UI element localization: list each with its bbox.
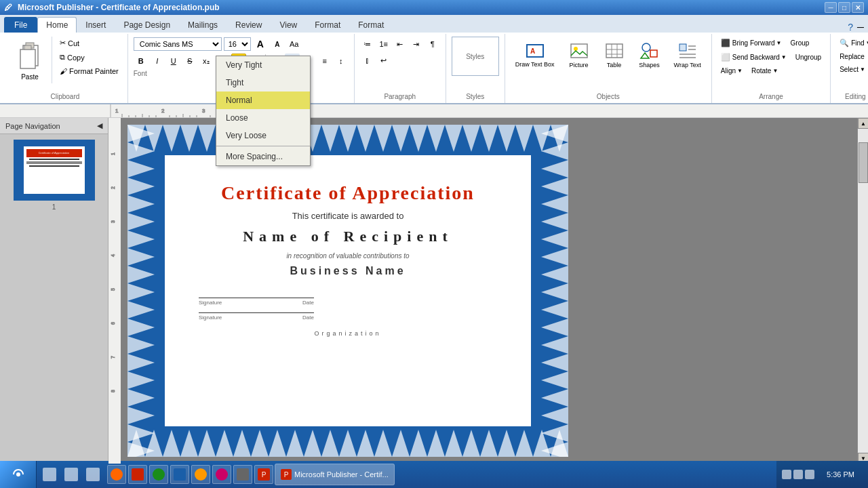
svg-rect-51 bbox=[127, 430, 568, 457]
spacing-very-tight[interactable]: Very Tight bbox=[216, 56, 310, 74]
styles-label: Styles bbox=[452, 93, 499, 100]
picture-button[interactable]: Picture bbox=[564, 37, 595, 72]
cert-recognition[interactable]: in recognition of valuable contributions… bbox=[185, 252, 511, 260]
format-painter-button[interactable]: 🖌 Format Painter bbox=[56, 65, 122, 77]
rotate-button[interactable]: Rotate ▼ bbox=[748, 65, 781, 77]
taskbar-app-5[interactable] bbox=[191, 465, 210, 484]
tab-page-design[interactable]: Page Design bbox=[115, 17, 179, 33]
spacing-loose[interactable]: Loose bbox=[216, 109, 310, 127]
numbering-button[interactable]: 1≡ bbox=[376, 37, 391, 52]
font-size-select[interactable]: 16 bbox=[224, 37, 251, 51]
document: Certificate of Appreciation This certifi… bbox=[127, 125, 868, 457]
tray-icon-2[interactable] bbox=[793, 470, 803, 479]
tab-mailings[interactable]: Mailings bbox=[179, 17, 226, 33]
page-nav-collapse-icon[interactable]: ◀ bbox=[97, 121, 102, 130]
spacing-normal[interactable]: Normal bbox=[216, 92, 310, 109]
page-nav-panel: Page Navigation ◀ Certificate of Appreci… bbox=[0, 118, 108, 464]
italic-button[interactable]: I bbox=[150, 54, 165, 68]
taskbar-app-7[interactable] bbox=[233, 465, 252, 484]
group-button[interactable]: Group bbox=[787, 37, 813, 49]
taskbar-app-4[interactable] bbox=[170, 465, 189, 484]
page-thumbnail-1[interactable]: Certificate of Appreciation bbox=[14, 140, 95, 201]
increase-indent-button[interactable]: ⇥ bbox=[409, 37, 424, 52]
tab-insert[interactable]: Insert bbox=[77, 17, 115, 33]
tab-file[interactable]: File bbox=[4, 17, 37, 33]
cert-title[interactable]: Certificate of Appreciation bbox=[185, 182, 511, 204]
tab-view[interactable]: View bbox=[271, 17, 306, 33]
taskbar-app-8[interactable]: P bbox=[254, 465, 273, 484]
cut-button[interactable]: ✂ Cut bbox=[56, 37, 122, 49]
copy-button[interactable]: ⧉ Copy bbox=[56, 51, 122, 64]
paste-label: Paste bbox=[21, 73, 39, 81]
replace-button[interactable]: Replace bbox=[836, 51, 868, 62]
scroll-track[interactable] bbox=[858, 129, 868, 453]
line-spacing-button[interactable]: ↕ bbox=[334, 54, 349, 68]
bring-forward-button[interactable]: ⬛ Bring Forward ▼ bbox=[717, 37, 785, 49]
grow-font-button[interactable]: A bbox=[253, 37, 268, 52]
send-backward-button[interactable]: ⬜ Send Backward ▼ bbox=[717, 51, 790, 64]
taskbar-icon-1[interactable] bbox=[39, 464, 60, 485]
taskbar-app-6[interactable] bbox=[212, 465, 231, 484]
cert-recipient[interactable]: Name of Recipient bbox=[185, 228, 511, 245]
text-direction-button[interactable]: ↩ bbox=[376, 53, 391, 68]
bullets-button[interactable]: ≔ bbox=[360, 37, 375, 52]
cert-org[interactable]: Organization bbox=[185, 330, 511, 337]
tray-icon-3[interactable] bbox=[805, 470, 814, 479]
ruler: 1 2 3 bbox=[0, 104, 868, 118]
svg-text:8: 8 bbox=[111, 390, 115, 392]
shapes-button[interactable]: Shapes bbox=[634, 37, 665, 72]
underline-button[interactable]: U bbox=[166, 54, 181, 68]
cert-subtitle[interactable]: This certificate is awarded to bbox=[185, 211, 511, 221]
svg-text:4: 4 bbox=[111, 254, 115, 257]
ungroup-button[interactable]: Ungroup bbox=[792, 51, 825, 64]
taskbar-publisher-item[interactable]: P Microsoft Publisher - Certif... bbox=[275, 464, 395, 485]
scroll-thumb[interactable] bbox=[859, 142, 868, 183]
paste-button[interactable] bbox=[14, 39, 46, 72]
wrap-text-button[interactable]: Wrap Text bbox=[669, 37, 706, 72]
tab-review[interactable]: Review bbox=[226, 17, 271, 33]
spacing-more[interactable]: More Spacing... bbox=[216, 148, 310, 165]
shrink-font-button[interactable]: A bbox=[270, 37, 285, 52]
scissors-icon: ✂ bbox=[60, 39, 66, 47]
tray-icon-1[interactable] bbox=[782, 470, 791, 479]
svg-text:6: 6 bbox=[111, 322, 115, 325]
styles-gallery[interactable]: Styles bbox=[452, 37, 499, 76]
scroll-up-button[interactable]: ▲ bbox=[858, 118, 868, 129]
cert-business[interactable]: Business Name bbox=[185, 265, 511, 277]
taskbar-app-1[interactable] bbox=[107, 465, 126, 484]
date2-label: Date bbox=[302, 314, 314, 321]
select-button[interactable]: Select ▼ bbox=[836, 64, 868, 75]
subscript-button[interactable]: x₂ bbox=[199, 54, 214, 68]
canvas-area[interactable]: 1 2 3 4 5 6 7 8 bbox=[108, 118, 868, 464]
table-button[interactable]: Table bbox=[599, 37, 630, 72]
decrease-indent-button[interactable]: ⇤ bbox=[393, 37, 408, 52]
taskbar-app-3[interactable] bbox=[149, 465, 168, 484]
tab-format1[interactable]: Format bbox=[306, 17, 349, 33]
window-minimize-icon[interactable]: ─ bbox=[857, 22, 864, 33]
tab-format2[interactable]: Format bbox=[349, 17, 393, 33]
bold-button[interactable]: B bbox=[134, 54, 149, 68]
strikethrough-button[interactable]: S bbox=[182, 54, 197, 68]
columns-button[interactable]: ⫿ bbox=[360, 53, 375, 68]
find-button[interactable]: 🔍 Find ▼ bbox=[836, 37, 868, 49]
vertical-scrollbar[interactable]: ▲ ▼ bbox=[857, 118, 868, 464]
tab-home[interactable]: Home bbox=[37, 17, 77, 33]
help-icon[interactable]: ? bbox=[848, 22, 853, 33]
taskbar-icon-3[interactable] bbox=[83, 464, 103, 485]
font-name-select[interactable]: Comic Sans MS bbox=[134, 37, 222, 51]
start-button[interactable] bbox=[0, 461, 37, 488]
spacing-tight[interactable]: Tight bbox=[216, 74, 310, 92]
draw-text-box-button[interactable]: A Draw Text Box bbox=[511, 37, 559, 72]
find-icon: 🔍 bbox=[840, 39, 849, 47]
taskbar-app-2[interactable] bbox=[128, 465, 147, 484]
clear-format-button[interactable]: Aa bbox=[287, 37, 302, 52]
spacing-very-loose[interactable]: Very Loose bbox=[216, 127, 310, 144]
taskbar-icon-2[interactable] bbox=[61, 464, 81, 485]
paragraph-mark-button[interactable]: ¶ bbox=[425, 37, 440, 52]
maximize-button[interactable]: □ bbox=[838, 2, 850, 13]
align-button[interactable]: Align ▼ bbox=[717, 65, 746, 77]
svg-rect-2 bbox=[20, 49, 35, 68]
close-button[interactable]: ✕ bbox=[852, 2, 864, 13]
justify-button[interactable]: ≡ bbox=[317, 54, 332, 68]
minimize-button[interactable]: ─ bbox=[825, 2, 837, 13]
